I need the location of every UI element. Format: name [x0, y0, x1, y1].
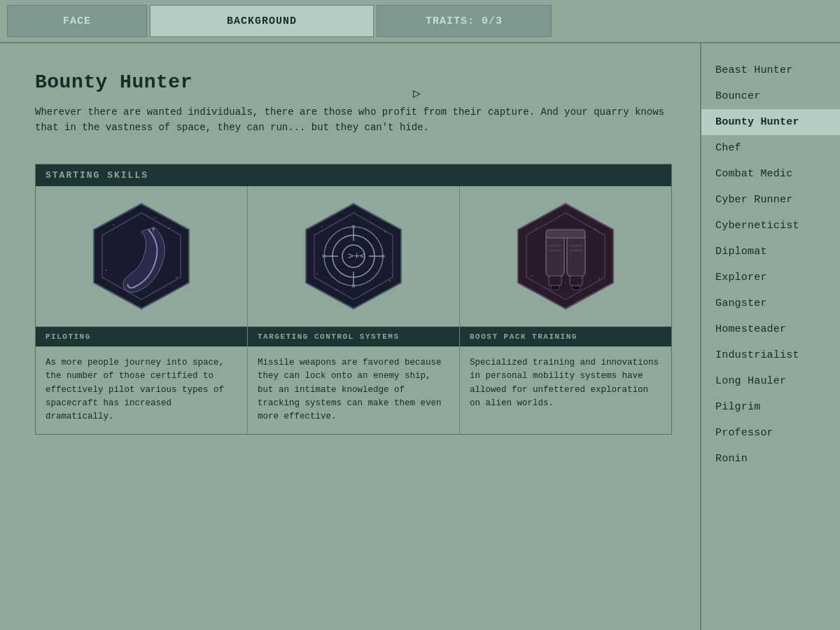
svg-rect-37 [549, 276, 561, 286]
top-nav: FACE BACKGROUND TRAITS: 0/3 [0, 0, 840, 43]
piloting-svg [85, 200, 197, 312]
svg-point-6 [176, 276, 177, 278]
svg-point-31 [594, 229, 596, 230]
boost-hex-icon [510, 200, 622, 312]
sidebar-item-diplomat[interactable]: Diplomat [701, 239, 840, 265]
tab-traits[interactable]: TRAITS: 0/3 [377, 5, 552, 37]
svg-rect-39 [551, 286, 559, 290]
sidebar-item-homesteader[interactable]: Homesteader [701, 316, 840, 342]
svg-text:>+<: >+< [348, 250, 365, 261]
boost-name: BOOST PACK TRAINING [460, 327, 671, 346]
svg-point-5 [106, 270, 107, 271]
svg-point-11 [321, 226, 323, 227]
sidebar-item-combat-medic[interactable]: Combat Medic [701, 161, 840, 187]
sidebar-item-chef[interactable]: Chef [701, 135, 840, 161]
tab-background[interactable]: BACKGROUND [150, 5, 374, 37]
sidebar-item-bouncer[interactable]: Bouncer [701, 83, 840, 109]
svg-point-30 [536, 227, 537, 229]
svg-rect-34 [546, 232, 564, 277]
skills-section: STARTING SKILLS [35, 164, 672, 435]
sidebar-item-ronin[interactable]: Ronin [701, 446, 840, 472]
svg-point-32 [531, 275, 533, 276]
piloting-hex-icon [85, 200, 197, 312]
skills-cards: PILOTING As more people journey into spa… [36, 186, 671, 434]
svg-rect-36 [546, 230, 585, 238]
skills-header: STARTING SKILLS [36, 164, 671, 186]
piloting-icon-area [36, 186, 247, 327]
targeting-icon-area: >+< [248, 186, 459, 327]
targeting-name: TARGETING CONTROL SYSTEMS [248, 327, 459, 346]
svg-rect-38 [570, 276, 582, 286]
sidebar-item-industrialist[interactable]: Industrialist [701, 342, 840, 368]
sidebar-item-beast-hunter[interactable]: Beast Hunter [701, 57, 840, 83]
svg-point-14 [389, 280, 391, 281]
targeting-svg: >+< [298, 200, 410, 312]
sidebar-item-pilgrim[interactable]: Pilgrim [701, 394, 840, 420]
svg-point-27 [382, 254, 385, 258]
svg-point-33 [598, 278, 600, 279]
piloting-name: PILOTING [36, 327, 247, 346]
background-list: Beast HunterBouncerBounty HunterChefComb… [701, 57, 840, 472]
boost-description: Specialized training and innovations in … [460, 346, 671, 434]
skill-card-boost: BOOST PACK TRAINING Specialized training… [460, 186, 671, 434]
svg-marker-1 [94, 204, 189, 309]
sidebar-item-cyberneticist[interactable]: Cyberneticist [701, 213, 840, 239]
right-sidebar: Beast HunterBouncerBounty HunterChefComb… [700, 43, 840, 630]
svg-point-12 [384, 231, 386, 232]
background-description: Wherever there are wanted individuals, t… [35, 104, 665, 136]
skill-card-piloting: PILOTING As more people journey into spa… [36, 186, 248, 434]
sidebar-item-bounty-hunter[interactable]: Bounty Hunter [701, 109, 840, 135]
sidebar-item-professor[interactable]: Professor [701, 420, 840, 446]
svg-point-4 [169, 227, 170, 229]
svg-point-3 [113, 224, 114, 225]
tab-face[interactable]: FACE [7, 5, 147, 37]
svg-rect-35 [567, 232, 585, 277]
svg-point-15 [335, 289, 337, 290]
boost-svg [510, 200, 622, 312]
piloting-description: As more people journey into space, the n… [36, 346, 247, 434]
svg-point-8 [155, 217, 156, 218]
svg-point-26 [323, 254, 326, 258]
center-panel: ▷ Bounty Hunter Wherever there are wante… [0, 43, 700, 630]
targeting-hex-icon: >+< [298, 200, 410, 312]
sidebar-item-explorer[interactable]: Explorer [701, 265, 840, 290]
svg-point-25 [352, 284, 356, 287]
skill-card-targeting: >+< TARGETING CONTROL SYSTEMS Missile we… [248, 186, 460, 434]
boost-icon-area [460, 186, 671, 327]
background-title: Bounty Hunter [35, 71, 672, 93]
targeting-description: Missile weapons are favored because they… [248, 346, 459, 434]
main-content: ▷ Bounty Hunter Wherever there are wante… [0, 43, 840, 630]
svg-rect-40 [572, 286, 580, 290]
svg-marker-28 [518, 204, 613, 309]
svg-point-24 [352, 225, 356, 228]
sidebar-item-gangster[interactable]: Gangster [701, 290, 840, 316]
sidebar-item-long-hauler[interactable]: Long Hauler [701, 368, 840, 394]
sidebar-item-cyber-runner[interactable]: Cyber Runner [701, 187, 840, 213]
svg-point-13 [316, 273, 318, 274]
